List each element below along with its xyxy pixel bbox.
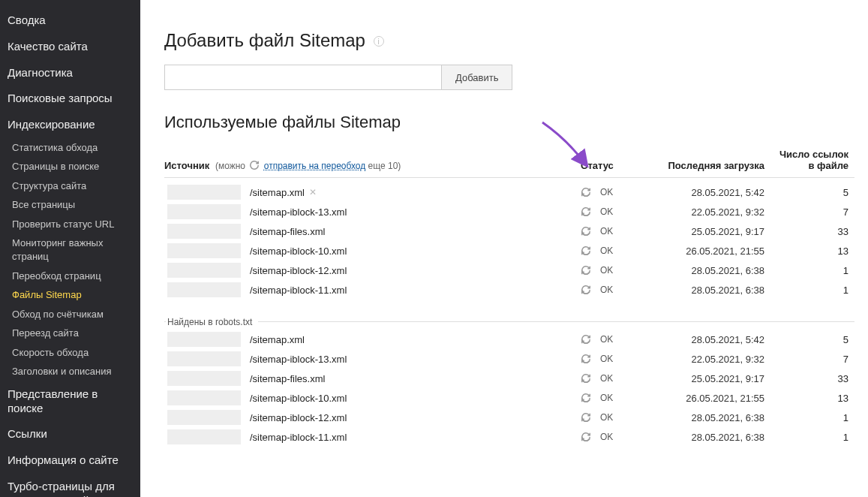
- table-row: /sitemap-iblock-11.xmlOK28.05.2021, 6:38…: [164, 280, 854, 300]
- refresh-icon[interactable]: [581, 285, 591, 295]
- recrawl-link[interactable]: отправить на переобход: [264, 161, 366, 171]
- cell-links: 13: [772, 245, 854, 257]
- sidebar-subitem[interactable]: Переобход страниц: [0, 267, 140, 286]
- sidebar-item[interactable]: Качество сайта: [0, 34, 140, 60]
- info-icon[interactable]: i: [374, 36, 384, 47]
- refresh-icon[interactable]: [581, 226, 591, 236]
- table-row: /sitemap.xmlOK28.05.2021, 5:425: [164, 330, 854, 349]
- status-text: OK: [600, 354, 613, 364]
- robots-txt-label: Найдены в robots.txt: [166, 317, 258, 327]
- status-text: OK: [600, 373, 613, 384]
- cell-status: OK: [581, 432, 663, 442]
- table-header: Источник (можно отправить на переобход е…: [164, 149, 854, 178]
- status-text: OK: [600, 187, 613, 197]
- sitemap-path[interactable]: /sitemap.xml: [250, 187, 305, 198]
- cell-status: OK: [581, 265, 663, 276]
- cell-source: /sitemap.xml✕: [164, 185, 581, 200]
- sidebar-subitem[interactable]: Проверить статус URL: [0, 215, 140, 234]
- cell-status: OK: [581, 412, 663, 423]
- refresh-icon[interactable]: [581, 206, 591, 217]
- sitemap-path[interactable]: /sitemap-iblock-11.xml: [250, 432, 347, 443]
- domain-blur: [167, 371, 241, 386]
- domain-blur: [167, 282, 241, 297]
- col-source-header: Источник: [164, 160, 209, 171]
- cell-links: 33: [772, 226, 854, 237]
- refresh-icon[interactable]: [581, 393, 591, 403]
- sidebar-item[interactable]: Информация о сайте: [0, 447, 140, 474]
- domain-blur: [167, 429, 241, 444]
- refresh-icon[interactable]: [581, 354, 591, 364]
- table-row: /sitemap-iblock-11.xmlOK28.05.2021, 6:38…: [164, 427, 854, 447]
- sidebar-item[interactable]: Индексирование: [0, 112, 140, 138]
- cell-source: /sitemap-iblock-12.xml: [164, 263, 581, 278]
- cell-source: /sitemap-iblock-13.xml: [164, 204, 581, 219]
- sidebar-item[interactable]: Ссылки: [0, 421, 140, 447]
- sidebar-subitem[interactable]: Структура сайта: [0, 176, 140, 196]
- domain-blur: [167, 332, 241, 347]
- status-text: OK: [600, 432, 613, 442]
- sitemap-path[interactable]: /sitemap-files.xml: [250, 226, 325, 237]
- refresh-icon[interactable]: [581, 334, 591, 345]
- cell-links: 7: [772, 354, 854, 365]
- cell-date: 28.05.2021, 6:38: [663, 412, 772, 423]
- refresh-icon[interactable]: [581, 432, 591, 442]
- refresh-icon[interactable]: [581, 412, 591, 423]
- cell-status: OK: [581, 393, 663, 403]
- sitemap-path[interactable]: /sitemap-files.xml: [250, 373, 325, 384]
- sitemap-path[interactable]: /sitemap-iblock-12.xml: [250, 265, 347, 276]
- refresh-icon: [249, 160, 260, 170]
- add-button[interactable]: Добавить: [442, 65, 512, 90]
- sidebar-subitem[interactable]: Все страницы: [0, 195, 140, 215]
- sidebar-subitem[interactable]: Файлы Sitemap: [0, 285, 140, 305]
- domain-blur: [167, 410, 241, 425]
- sidebar-subitem[interactable]: Обход по счётчикам: [0, 305, 140, 324]
- col-date-header: Последняя загрузка: [663, 160, 772, 171]
- cell-status: OK: [581, 245, 663, 256]
- col-links-header: Число ссылок в файле: [772, 149, 854, 171]
- sitemap-path[interactable]: /sitemap-iblock-13.xml: [250, 354, 347, 365]
- sidebar-subitem[interactable]: Страницы в поиске: [0, 157, 140, 176]
- sidebar-subitem[interactable]: Мониторинг важных страниц: [0, 233, 140, 266]
- domain-blur: [167, 204, 241, 219]
- sidebar-subitem[interactable]: Статистика обхода: [0, 138, 140, 158]
- cell-date: 22.05.2021, 9:32: [663, 206, 772, 218]
- table-row: /sitemap-iblock-10.xmlOK26.05.2021, 21:5…: [164, 241, 854, 261]
- sidebar-subitem[interactable]: Скорость обхода: [0, 343, 140, 363]
- sitemap-path[interactable]: /sitemap-iblock-12.xml: [250, 412, 347, 423]
- refresh-icon[interactable]: [581, 373, 591, 384]
- cell-links: 7: [772, 206, 854, 218]
- cell-date: 28.05.2021, 6:38: [663, 432, 772, 443]
- cell-links: 5: [772, 187, 854, 198]
- sitemap-table: Источник (можно отправить на переобход е…: [164, 149, 854, 447]
- sidebar-item[interactable]: Турбо-страницы для контентных сайтов: [0, 474, 140, 497]
- cell-date: 28.05.2021, 5:42: [663, 334, 772, 345]
- cell-source: /sitemap-iblock-11.xml: [164, 429, 581, 444]
- sidebar-item[interactable]: Сводка: [0, 8, 140, 34]
- sidebar-subitem[interactable]: Заголовки и описания: [0, 362, 140, 381]
- add-sitemap-title: Добавить файл Sitemap: [164, 30, 365, 50]
- remove-icon[interactable]: ✕: [309, 187, 317, 197]
- sidebar: СводкаКачество сайтаДиагностикаПоисковые…: [0, 0, 140, 497]
- cell-source: /sitemap-iblock-10.xml: [164, 243, 581, 258]
- main-content: Добавить файл Sitemap i Добавить Использ…: [140, 0, 868, 497]
- cell-date: 22.05.2021, 9:32: [663, 354, 772, 365]
- sitemap-url-input[interactable]: [164, 65, 442, 90]
- sitemap-path[interactable]: /sitemap-iblock-10.xml: [250, 245, 347, 257]
- sitemap-path[interactable]: /sitemap-iblock-11.xml: [250, 285, 347, 296]
- cell-source: /sitemap.xml: [164, 332, 581, 347]
- status-text: OK: [600, 334, 613, 345]
- refresh-icon[interactable]: [581, 265, 591, 276]
- refresh-icon[interactable]: [581, 187, 591, 197]
- sitemap-path[interactable]: /sitemap-iblock-13.xml: [250, 206, 347, 218]
- table-row: /sitemap.xml✕OK28.05.2021, 5:425: [164, 182, 854, 202]
- sidebar-item[interactable]: Поисковые запросы: [0, 86, 140, 112]
- table-row: /sitemap-iblock-13.xmlOK22.05.2021, 9:32…: [164, 202, 854, 221]
- sidebar-item[interactable]: Диагностика: [0, 60, 140, 86]
- cell-source: /sitemap-files.xml: [164, 224, 581, 239]
- sitemap-path[interactable]: /sitemap-iblock-10.xml: [250, 393, 347, 404]
- sidebar-subitem[interactable]: Переезд сайта: [0, 324, 140, 343]
- cell-date: 28.05.2021, 6:38: [663, 285, 772, 296]
- sitemap-path[interactable]: /sitemap.xml: [250, 334, 305, 345]
- sidebar-item[interactable]: Представление в поиске: [0, 381, 140, 422]
- refresh-icon[interactable]: [581, 245, 591, 256]
